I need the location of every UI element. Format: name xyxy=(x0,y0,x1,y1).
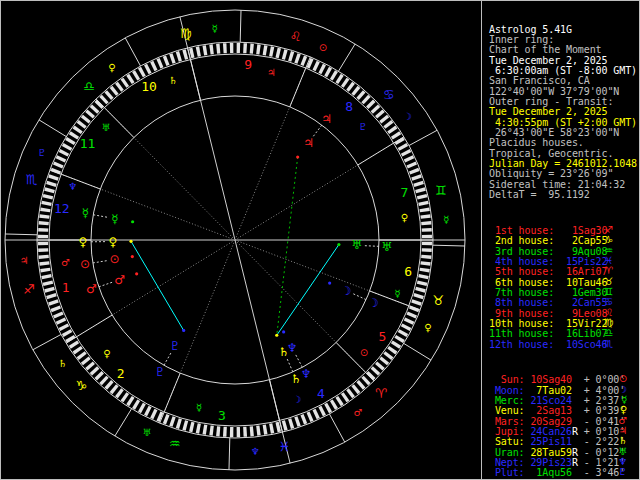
venus-position-dot xyxy=(129,240,132,243)
degree-tick xyxy=(115,82,124,92)
venus-icon: ♀ xyxy=(108,62,115,73)
degree-tick xyxy=(318,406,326,416)
degree-tick xyxy=(40,268,50,273)
degree-tick xyxy=(409,305,420,312)
degree-tick xyxy=(387,126,397,134)
sign-boundary xyxy=(229,438,230,470)
degree-tick xyxy=(216,44,220,54)
degree-tick xyxy=(391,131,401,139)
degree-tick xyxy=(144,406,152,416)
degree-tick xyxy=(419,268,429,273)
planet-row: Plut: 1Aqu56 - 3°46'♇ xyxy=(489,468,639,478)
sco-sign-icon: ♏ xyxy=(26,172,38,187)
degree-tick xyxy=(379,115,389,124)
degree-tick xyxy=(189,422,195,432)
degree-tick xyxy=(421,221,431,225)
degree-tick xyxy=(366,371,375,380)
house-row: 12th house: 10Sco46♏ xyxy=(489,340,639,350)
ring-connector xyxy=(353,294,366,300)
chart-wheel: ♈♂♉♀♊☿♋☽♌⊙♍☿♎♀♏♇♐♃♑♄♒♅♓♆1♂2♀3☿4☽5⊙6☿7♀8♇… xyxy=(0,0,482,480)
degree-tick xyxy=(209,44,214,54)
ring-connector xyxy=(164,353,171,365)
degree-tick xyxy=(383,351,393,360)
degree-tick xyxy=(65,335,75,343)
degree-tick xyxy=(411,174,422,180)
degree-tick xyxy=(375,361,385,370)
degree-tick xyxy=(398,143,408,151)
sign-boundary xyxy=(338,44,355,71)
venus-icon: ♀ xyxy=(79,235,88,249)
degree-tick xyxy=(411,299,422,305)
moon-icon: ☽ xyxy=(368,296,379,310)
astrolog-window: { "app": {"title": "Astrolog 5.41G"}, "c… xyxy=(0,0,640,480)
degree-tick xyxy=(39,214,49,219)
house-number-2: 2 xyxy=(117,366,125,381)
degree-tick xyxy=(418,274,428,279)
house-number-8: 8 xyxy=(345,99,353,114)
neptune-icon: ♆ xyxy=(68,181,77,192)
degree-tick xyxy=(335,74,343,84)
degree-tick xyxy=(383,120,393,129)
degree-tick xyxy=(150,409,157,419)
jupiter-icon: ♃ xyxy=(267,67,276,78)
degree-tick xyxy=(263,424,268,434)
degree-tick xyxy=(69,340,79,348)
degree-tick xyxy=(48,174,59,180)
sign-boundary xyxy=(125,38,140,66)
degree-tick xyxy=(375,109,385,118)
gem-sign-icon: ♊ xyxy=(435,183,447,198)
degree-tick xyxy=(176,418,182,429)
degree-tick xyxy=(351,384,360,394)
degree-tick xyxy=(366,99,375,108)
info-sidebar: Astrolog 5.41GInner ring:Chart of the Mo… xyxy=(481,0,639,480)
degree-tick xyxy=(81,115,91,124)
degree-tick xyxy=(99,95,108,105)
degree-tick xyxy=(288,51,294,62)
sign-boundary xyxy=(115,409,132,436)
mercury-icon: ☿ xyxy=(443,214,449,225)
sco-sign-icon: ♏ xyxy=(604,339,613,349)
uranus-icon: ♅ xyxy=(143,427,152,438)
degree-tick xyxy=(406,161,417,168)
degree-tick xyxy=(81,356,91,365)
neptune-position-dot xyxy=(282,330,285,333)
degree-tick xyxy=(415,287,426,293)
degree-tick xyxy=(216,426,220,436)
degree-tick xyxy=(65,137,75,145)
degree-tick xyxy=(56,318,66,325)
info-line: DeltaT = 95.1192 xyxy=(489,190,639,200)
degree-tick xyxy=(150,61,157,71)
degree-tick xyxy=(263,45,268,55)
saturn-icon: ♄ xyxy=(58,358,67,369)
house-label: 12th house: xyxy=(489,339,554,350)
sun-icon: ⊙ xyxy=(319,42,327,53)
degree-tick xyxy=(182,49,188,60)
degree-tick xyxy=(341,392,349,402)
degree-tick xyxy=(196,423,201,433)
sun-icon: ⊙ xyxy=(360,347,368,358)
house-cusp-segment xyxy=(160,373,181,423)
degree-tick xyxy=(209,425,214,435)
ring-connector xyxy=(99,282,112,287)
houses-table: 1st house: 1Sag30♐ 2nd house: 2Cap55♑ 3r… xyxy=(489,226,639,350)
degree-tick xyxy=(44,187,55,193)
degree-tick xyxy=(94,371,103,380)
degree-tick xyxy=(110,86,119,96)
degree-tick xyxy=(250,426,254,436)
mercury-icon: ☿ xyxy=(212,23,218,34)
degree-tick xyxy=(420,261,430,266)
degree-tick xyxy=(94,99,103,108)
aqu-sign-icon: ♒ xyxy=(169,436,181,451)
mars-icon: ♂ xyxy=(354,407,363,418)
degree-tick xyxy=(318,64,326,74)
degree-tick xyxy=(269,423,274,433)
uranus-icon: ♅ xyxy=(381,240,392,254)
degree-tick xyxy=(46,293,57,299)
venus-icon: ♀ xyxy=(103,348,110,359)
degree-tick xyxy=(237,427,241,437)
jupiter-icon: ♃ xyxy=(321,112,332,126)
degree-tick xyxy=(371,104,381,113)
degree-tick xyxy=(394,137,404,145)
ari-sign-icon: ♈ xyxy=(375,386,387,401)
sag-sign-icon: ♐ xyxy=(23,282,35,297)
